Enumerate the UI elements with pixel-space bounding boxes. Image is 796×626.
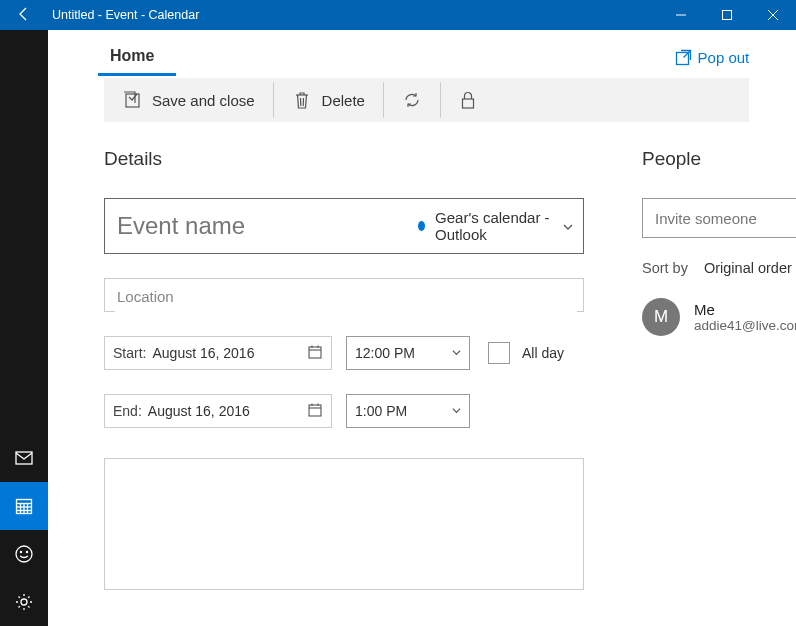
chevron-down-icon [452,346,461,360]
details-heading: Details [104,148,584,170]
save-close-label: Save and close [152,92,255,109]
location-field[interactable] [104,278,584,312]
svg-rect-21 [462,99,473,108]
end-label: End: [113,403,142,419]
calendar-icon [14,496,34,516]
svg-point-12 [16,546,32,562]
invite-input[interactable] [653,209,794,228]
sort-row[interactable]: Sort by Original order [642,260,796,276]
description-textarea[interactable] [105,459,583,589]
calendar-selector-label: Gear's calendar - Outlook [435,209,555,243]
invite-field[interactable] [642,198,796,238]
smiley-icon [14,544,34,564]
gear-icon [14,592,34,612]
svg-point-14 [26,551,27,552]
allday-label: All day [522,345,564,361]
rail-calendar[interactable] [0,482,48,530]
sort-value: Original order [704,260,792,276]
end-date-value: August 16, 2016 [148,403,307,419]
back-button[interactable] [0,6,48,25]
chevron-down-icon [452,404,461,418]
lock-icon [459,90,477,110]
start-time-value: 12:00 PM [355,345,415,361]
location-input[interactable] [115,279,577,313]
allday-checkbox[interactable] [488,342,510,364]
start-date-field[interactable]: Start: August 16, 2016 [104,336,332,370]
popout-label: Pop out [698,49,750,66]
trash-icon [292,90,312,110]
description-field[interactable] [104,458,584,590]
person-me[interactable]: M Me addie41@live.com [642,298,796,336]
refresh-button[interactable] [384,78,440,122]
svg-rect-1 [723,11,732,20]
rail-feedback[interactable] [0,530,48,578]
chevron-down-icon [563,218,573,235]
svg-rect-26 [309,405,321,416]
save-close-icon [122,90,142,110]
popout-icon [675,49,692,66]
minimize-icon [675,9,687,21]
back-arrow-icon [16,6,32,22]
start-time-field[interactable]: 12:00 PM [346,336,470,370]
delete-button[interactable]: Delete [274,78,383,122]
mail-icon [14,448,34,468]
end-time-value: 1:00 PM [355,403,407,419]
event-name-field[interactable]: Gear's calendar - Outlook [104,198,584,254]
svg-rect-4 [16,452,32,464]
rail-settings[interactable] [0,578,48,626]
close-button[interactable] [750,0,796,30]
start-date-value: August 16, 2016 [152,345,307,361]
event-name-input[interactable] [115,211,418,241]
refresh-icon [402,90,422,110]
calendar-color-dot [418,221,425,231]
person-email: addie41@live.com [694,318,796,333]
end-date-field[interactable]: End: August 16, 2016 [104,394,332,428]
sort-label: Sort by [642,260,688,276]
close-icon [767,9,779,21]
calendar-selector[interactable]: Gear's calendar - Outlook [418,209,573,243]
ribbon: Save and close Delete [104,78,749,122]
minimize-button[interactable] [658,0,704,30]
svg-rect-22 [309,347,321,358]
tab-home[interactable]: Home [104,39,160,75]
tab-home-underline [98,73,176,76]
private-button[interactable] [441,78,495,122]
end-time-field[interactable]: 1:00 PM [346,394,470,428]
svg-point-15 [21,599,27,605]
people-heading: People [642,148,796,170]
app-rail [0,30,48,626]
svg-rect-18 [126,94,139,107]
calendar-icon [307,402,323,421]
avatar: M [642,298,680,336]
popout-button[interactable]: Pop out [675,49,750,66]
save-close-button[interactable]: Save and close [104,78,273,122]
title-bar: Untitled - Event - Calendar [0,0,796,30]
rail-mail[interactable] [0,434,48,482]
window-title: Untitled - Event - Calendar [48,8,658,22]
maximize-button[interactable] [704,0,750,30]
start-label: Start: [113,345,146,361]
maximize-icon [721,9,733,21]
person-name: Me [694,301,796,318]
svg-point-13 [20,551,21,552]
delete-label: Delete [322,92,365,109]
calendar-icon [307,344,323,363]
